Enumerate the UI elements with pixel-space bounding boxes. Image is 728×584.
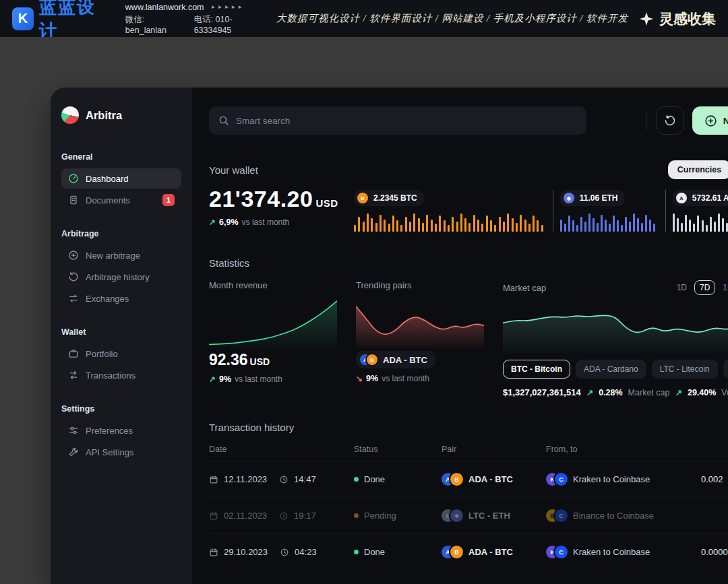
search-icon: [218, 115, 229, 126]
transaction-history-title: Transaction history: [209, 422, 294, 433]
arrow-up-icon: [675, 387, 681, 397]
nav-section-title: Arbitrage: [61, 229, 181, 238]
table-row[interactable]: 02.11.2023 19:17 Pending LTC - ETH Binan…: [209, 497, 728, 533]
arrow-down-icon: [356, 374, 363, 383]
tx-pair: ADA - BTC: [468, 547, 513, 557]
banner-services: 大数据可视化设计 / 软件界面设计 / 网站建设 / 手机及小程序设计 / 软件…: [276, 12, 628, 25]
search-input[interactable]: [236, 116, 577, 126]
range-selector: 1D 7D 1M: [672, 280, 728, 295]
clock-icon: [279, 475, 289, 484]
portfolio-icon: [68, 348, 79, 359]
wallet-section: Your wallet Currencies Exchanges 21'374.…: [209, 160, 728, 232]
desktop-background: Arbitra General Dashboard Documents 1 Ar: [0, 37, 728, 584]
nav-section-title: Settings: [61, 404, 181, 414]
nav-label: API Settings: [86, 447, 134, 457]
market-cap-value: $1,327,027,361,514: [503, 387, 581, 397]
arrow-up-icon: [586, 387, 593, 397]
app-brand[interactable]: Arbitra: [61, 106, 181, 124]
eth-coin-icon: [564, 193, 574, 203]
lanlan-logo-text: 蓝蓝设计: [39, 0, 111, 42]
card-label: Market cap: [503, 283, 546, 293]
calendar-icon: [209, 548, 218, 557]
btc-coin-icon: [450, 546, 463, 558]
status-dot: [354, 550, 359, 554]
trending-pair-label: ADA - BTC: [383, 355, 427, 365]
sidebar-item-dashboard[interactable]: Dashboard: [61, 168, 181, 189]
eth-coin-icon: [450, 509, 463, 522]
nav-label: Documents: [86, 195, 130, 205]
sidebar-item-transactions[interactable]: Transactions: [61, 365, 181, 385]
sidebar: Arbitra General Dashboard Documents 1 Ar: [51, 88, 192, 584]
pill-eth-ethereum[interactable]: ETH - Ethereum: [723, 360, 728, 379]
preferences-icon: [68, 425, 79, 436]
market-cap-stats: $1,327,027,361,514 0.28% Market cap 29.4…: [503, 387, 728, 397]
trending-pairs-chart: [356, 296, 484, 348]
ada-coin-icon: [676, 193, 687, 203]
sidebar-item-arbitrage-history[interactable]: Arbitrage history: [61, 267, 181, 287]
wallet-tabs: Currencies Exchanges: [668, 160, 728, 179]
search-bar[interactable]: [209, 106, 586, 135]
eth-holding-badge: 11.06 ETH: [560, 190, 625, 206]
market-cap-chart: [503, 300, 728, 353]
pill-ltc-litecoin[interactable]: LTC - Litecoin: [652, 360, 718, 379]
wallet-balance-block: 21'374.20USD 6,9% vs last month: [209, 186, 354, 232]
tx-pair: ADA - BTC: [468, 474, 513, 484]
btc-segment: 2.2345 BTC: [354, 190, 553, 232]
table-row[interactable]: 29.10.2023 04:23 Done ADA - BTC Kraken t…: [209, 533, 728, 570]
sidebar-item-preferences[interactable]: Preferences: [61, 420, 181, 441]
coinbase-icon: [555, 509, 568, 522]
pill-ada-cardano[interactable]: ADA - Cardano: [576, 360, 646, 379]
table-row[interactable]: 12.11.2023 14:47 Done ADA - BTC Kraken t…: [209, 461, 728, 497]
banner-wechat: 微信: ben_lanlan: [125, 14, 185, 35]
sidebar-item-new-arbitrage[interactable]: New arbitrage: [61, 245, 181, 265]
card-label: Month revenue: [209, 280, 337, 290]
range-1m[interactable]: 1M: [718, 281, 728, 294]
nav-label: Exchanges: [86, 294, 129, 304]
month-revenue-chart: [209, 296, 337, 348]
app-name: Arbitra: [86, 109, 122, 122]
ada-segment: 5732.61 ADA: [665, 190, 728, 232]
btc-holding-amount: 2.2345 BTC: [373, 193, 417, 203]
nav-label: Arbitrage history: [86, 272, 150, 282]
btc-coin-icon: [367, 354, 377, 365]
calendar-icon: [209, 511, 218, 521]
btc-coin-icon: [450, 473, 463, 486]
status-dot: [354, 477, 359, 482]
tx-date: 12.11.2023: [224, 474, 267, 484]
pill-btc-bitcoin[interactable]: BTC - Bitcoin: [503, 360, 570, 379]
tx-route: Kraken to Coinbase: [573, 547, 650, 557]
lanlan-logo[interactable]: K 蓝蓝设计: [12, 0, 111, 42]
collect-label: 灵感收集: [659, 9, 716, 28]
statistics-section: Statistics Month revenue 92.36USD 9% vs …: [209, 257, 728, 397]
tab-currencies[interactable]: Currencies: [668, 160, 728, 179]
history-button[interactable]: [656, 106, 684, 135]
promo-banner: K 蓝蓝设计 www.lanlanwork.com ►►►►► 微信: ben_…: [0, 0, 728, 37]
clock-icon: [280, 548, 289, 557]
trending-pairs-card: Trending pairs ADA - BTC 9% vs la: [356, 280, 484, 397]
tx-status: Done: [364, 474, 385, 484]
trending-pair-badge[interactable]: ADA - BTC: [356, 351, 435, 368]
sidebar-item-documents[interactable]: Documents 1: [61, 190, 181, 210]
inspiration-collect-link[interactable]: 灵感收集: [639, 9, 716, 28]
sidebar-item-api-settings[interactable]: API Settings: [61, 442, 181, 462]
coinbase-icon: [555, 546, 568, 558]
nav-section-general: General Dashboard Documents 1: [61, 152, 181, 210]
arbitra-logo-icon: [61, 106, 79, 124]
range-1d[interactable]: 1D: [672, 281, 692, 294]
col-pair: Pair: [442, 445, 546, 454]
table-header: Date Status Pair From, to: [209, 445, 728, 461]
new-arbitrage-button[interactable]: New arbitrage: [692, 106, 728, 135]
main-content: New arbitrage Your wallet Currencies Exc…: [192, 88, 728, 584]
ada-holding-badge: 5732.61 ADA: [673, 190, 728, 206]
sidebar-item-exchanges[interactable]: Exchanges: [61, 288, 181, 309]
market-cap-card: Market cap 1D 7D 1M BTC -: [503, 280, 728, 397]
tx-date: 29.10.2023: [224, 547, 268, 557]
arbitra-app-window: Arbitra General Dashboard Documents 1 Ar: [51, 88, 728, 584]
sidebar-item-portfolio[interactable]: Portfolio: [61, 344, 181, 364]
nav-section-title: Wallet: [61, 327, 181, 337]
wallet-currency: USD: [315, 197, 338, 209]
arrow-up-icon: [209, 375, 216, 384]
range-7d[interactable]: 7D: [694, 280, 715, 295]
banner-website-link[interactable]: www.lanlanwork.com: [125, 3, 204, 12]
trending-pairs-change: 9% vs last month: [356, 374, 484, 383]
